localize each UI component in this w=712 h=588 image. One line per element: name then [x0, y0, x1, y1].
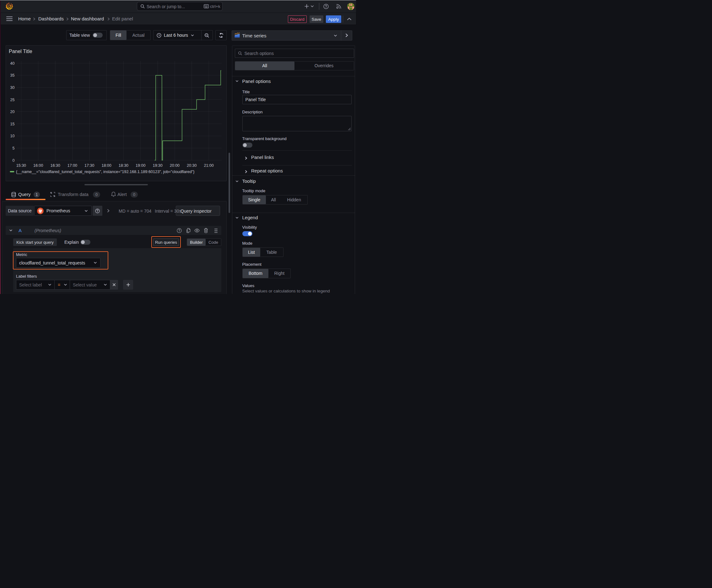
svg-text:30: 30 [10, 85, 15, 90]
svg-text:0: 0 [12, 158, 15, 163]
svg-text:15: 15 [10, 122, 15, 126]
svg-text:20:30: 20:30 [187, 163, 196, 168]
svg-text:18:00: 18:00 [102, 163, 111, 168]
svg-text:5: 5 [12, 146, 15, 150]
svg-text:19:00: 19:00 [136, 163, 145, 168]
svg-text:{__name__="cloudflared_tunnel_: {__name__="cloudflared_tunnel_total_requ… [16, 170, 195, 174]
svg-text:19:30: 19:30 [153, 163, 162, 168]
svg-text:20: 20 [10, 110, 15, 114]
svg-text:25: 25 [10, 98, 15, 102]
svg-text:35: 35 [10, 73, 15, 78]
svg-text:17:00: 17:00 [67, 163, 77, 168]
svg-text:15:30: 15:30 [16, 163, 26, 168]
svg-text:18:30: 18:30 [118, 163, 128, 168]
svg-text:10: 10 [10, 134, 15, 138]
svg-text:20:00: 20:00 [170, 163, 179, 168]
svg-text:16:30: 16:30 [50, 163, 60, 168]
svg-text:21:00: 21:00 [204, 163, 214, 168]
svg-text:17:30: 17:30 [84, 163, 94, 168]
svg-text:16:00: 16:00 [33, 163, 43, 168]
svg-text:40: 40 [10, 61, 15, 66]
